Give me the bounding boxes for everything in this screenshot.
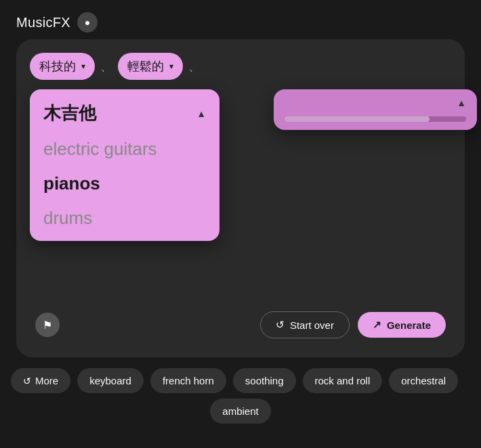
dropdown-item-2[interactable]: pianos	[30, 166, 219, 201]
tags-row: 科技的 ▾ 、 輕鬆的 ▾ 、 木吉他 ▲ electric guitars p…	[30, 53, 451, 80]
chip-soothing[interactable]: soothing	[233, 368, 296, 393]
generate-label: Generate	[387, 319, 431, 331]
chips-row: ↺ More keyboard french horn soothing roc…	[0, 368, 481, 393]
separator-2: 、	[188, 58, 201, 74]
more-label: More	[35, 375, 58, 386]
action-buttons: ↺ Start over ↗ Generate	[260, 311, 446, 338]
dropdown-item-1-label: electric guitars	[43, 139, 157, 160]
flag-icon: ⚑	[43, 319, 52, 332]
first-dropdown: 木吉他 ▲ electric guitars pianos drums	[30, 89, 219, 241]
first-dropdown-menu: 木吉他 ▲ electric guitars pianos drums	[30, 89, 219, 241]
start-over-button[interactable]: ↺ Start over	[260, 311, 350, 338]
tag-techno-label: 科技的	[39, 58, 76, 74]
dropdown-item-3-label: drums	[43, 208, 92, 229]
flag-button[interactable]: ⚑	[35, 313, 60, 337]
dropdown-item-0-label: 木吉他	[43, 102, 96, 125]
action-bar: ⚑ ↺ Start over ↗ Generate	[30, 303, 451, 344]
start-over-icon: ↺	[276, 319, 285, 331]
start-over-label: Start over	[290, 319, 334, 331]
chip-orchestral[interactable]: orchestral	[389, 368, 458, 393]
second-dropdown-header: ▲	[285, 97, 466, 108]
chip-orchestral-label: orchestral	[401, 375, 446, 386]
chip-french-horn-label: french horn	[163, 375, 214, 386]
more-chip[interactable]: ↺ More	[11, 368, 70, 393]
chip-keyboard-label: keyboard	[89, 375, 131, 386]
dropdown-item-0[interactable]: 木吉他 ▲	[30, 95, 219, 132]
dropdown-item-3[interactable]: drums	[30, 201, 219, 236]
main-card: 科技的 ▾ 、 輕鬆的 ▾ 、 木吉他 ▲ electric guitars p…	[16, 39, 465, 357]
chip-french-horn[interactable]: french horn	[150, 368, 226, 393]
generate-icon: ↗	[373, 319, 381, 331]
separator-1: 、	[100, 58, 112, 74]
tag-relaxed[interactable]: 輕鬆的 ▾	[118, 53, 183, 80]
more-refresh-icon: ↺	[23, 376, 31, 386]
chip-ambient[interactable]: ambient	[210, 399, 270, 424]
chip-soothing-label: soothing	[245, 375, 284, 386]
generate-button[interactable]: ↗ Generate	[358, 312, 446, 338]
chip-keyboard[interactable]: keyboard	[77, 368, 144, 393]
second-dropdown: ▲	[274, 89, 477, 130]
dropdown-item-1[interactable]: electric guitars	[30, 132, 219, 166]
app-header: MusicFX ●	[0, 0, 114, 39]
tag-relaxed-arrow: ▾	[169, 62, 173, 71]
chip-ambient-label: ambient	[222, 405, 258, 417]
menu-icon: ●	[85, 17, 90, 28]
volume-slider[interactable]	[285, 116, 466, 122]
slider-fill	[285, 116, 430, 122]
header-menu-button[interactable]: ●	[77, 12, 98, 32]
chips-second-row: ambient	[0, 393, 481, 424]
tag-techno[interactable]: 科技的 ▾	[30, 53, 95, 80]
tag-techno-arrow: ▾	[81, 62, 85, 71]
chip-rock-and-roll[interactable]: rock and roll	[303, 368, 383, 393]
chip-rock-and-roll-label: rock and roll	[315, 375, 371, 386]
chips-section: ↺ More keyboard french horn soothing roc…	[0, 368, 481, 424]
dropdown-item-0-arrow: ▲	[196, 108, 206, 119]
app-title: MusicFX	[16, 15, 70, 30]
second-dropdown-menu: ▲	[274, 89, 477, 130]
tag-relaxed-label: 輕鬆的	[127, 58, 164, 74]
dropdown-item-2-label: pianos	[43, 173, 100, 194]
second-dropdown-arrow: ▲	[457, 97, 466, 108]
